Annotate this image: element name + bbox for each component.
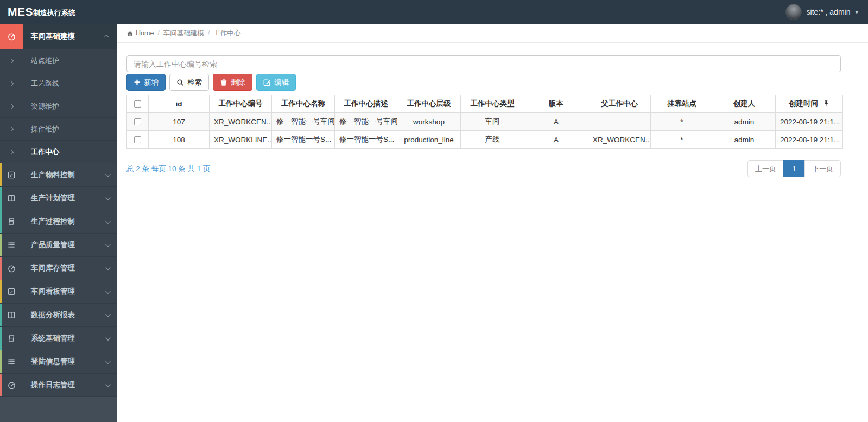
- chevron-down-icon: [97, 280, 117, 303]
- book-icon: [7, 334, 16, 343]
- button-label: 检索: [187, 78, 202, 87]
- table-cell: XR_WORKLINE...: [210, 131, 272, 149]
- table-cell: 2022-08-19 21:1...: [776, 131, 843, 149]
- chevron-down-icon: [97, 374, 117, 396]
- sidebar-subitem-1[interactable]: 工艺路线: [0, 72, 117, 95]
- sidebar-section-active[interactable]: 车间基础建模: [0, 24, 117, 49]
- breadcrumb-separator: /: [157, 29, 159, 37]
- column-header-label: 版本: [549, 99, 563, 108]
- table-cell: 修一智能一号车间: [335, 113, 397, 131]
- chevron-down-icon: [97, 163, 117, 186]
- table-row[interactable]: 107XR_WORKCEN...修一智能一号车间修一智能一号车间workshop…: [127, 113, 843, 131]
- column-header: 挂靠站点: [651, 95, 713, 113]
- select-all-checkbox[interactable]: [134, 100, 141, 108]
- chevron-down-icon: [97, 210, 117, 233]
- gauge-icon: [7, 32, 16, 41]
- pin-icon[interactable]: [823, 100, 829, 108]
- user-label: site:* , admin: [807, 8, 851, 16]
- column-header: 工作中心编号: [210, 95, 272, 113]
- column-header: 工作中心类型: [461, 95, 524, 113]
- breadcrumb-item[interactable]: 车间基础建模: [163, 29, 204, 38]
- sidebar: 车间基础建模站点维护工艺路线资源维护操作维护工作中心生产物料控制生产计划管理生产…: [0, 24, 117, 422]
- breadcrumb-home[interactable]: Home: [126, 29, 154, 37]
- sidebar-subitem-label: 站点维护: [23, 49, 117, 72]
- search-button[interactable]: 检索: [169, 74, 209, 91]
- row-checkbox[interactable]: [134, 118, 141, 125]
- breadcrumb-current: 工作中心: [213, 29, 240, 38]
- column-header-label: 父工作中心: [601, 99, 638, 108]
- caret-down-icon: ▾: [855, 9, 858, 16]
- next-page-button[interactable]: 下一页: [804, 160, 841, 177]
- trash-icon: [220, 79, 227, 86]
- edit-button[interactable]: 编辑: [256, 74, 296, 91]
- table-cell: admin: [713, 131, 776, 149]
- sidebar-section-1[interactable]: 生产计划管理: [0, 187, 117, 210]
- table-cell: 修一智能一号S...: [272, 131, 335, 149]
- column-header: 工作中心描述: [335, 95, 397, 113]
- column-header: 创建人: [713, 95, 776, 113]
- table-row[interactable]: 108XR_WORKLINE...修一智能一号S...修一智能一号S...pro…: [127, 131, 843, 149]
- table-cell: 2022-08-19 21:1...: [776, 113, 843, 131]
- table-cell: 修一智能一号S...: [335, 131, 397, 149]
- plus-icon: [134, 79, 141, 86]
- section-accent: [0, 374, 2, 396]
- sidebar-subitem-4[interactable]: 工作中心: [0, 141, 117, 163]
- sidebar-section-label: 系统基础管理: [23, 327, 97, 350]
- sidebar-section-label: 数据分析报表: [23, 304, 97, 326]
- breadcrumb: Home / 车间基础建模 / 工作中心: [117, 24, 868, 43]
- sidebar-section-8[interactable]: 登陆信息管理: [0, 350, 117, 374]
- chevron-up-icon: [97, 24, 117, 49]
- home-icon: [126, 30, 134, 37]
- table-cell: *: [651, 131, 713, 149]
- column-header: 工作中心层级: [397, 95, 461, 113]
- row-checkbox[interactable]: [134, 136, 141, 143]
- sidebar-section-7[interactable]: 系统基础管理: [0, 327, 117, 350]
- column-header-label: 工作中心类型: [471, 99, 515, 108]
- sidebar-section-6[interactable]: 数据分析报表: [0, 304, 117, 327]
- chevron-down-icon: [97, 187, 117, 210]
- chevron-down-icon: [97, 304, 117, 326]
- sidebar-section-label: 生产计划管理: [23, 187, 97, 210]
- column-header: 父工作中心: [588, 95, 651, 113]
- pager: 上一页 1 下一页: [747, 160, 841, 177]
- sidebar-section-5[interactable]: 车间看板管理: [0, 280, 117, 304]
- section-accent: [0, 280, 2, 303]
- table-cell: A: [524, 131, 588, 149]
- sidebar-section-3[interactable]: 产品质量管理: [0, 234, 117, 257]
- list-icon: [7, 357, 16, 366]
- sidebar-subitem-0[interactable]: 站点维护: [0, 49, 117, 72]
- chevron-right-icon: [0, 118, 23, 140]
- table-cell: 产线: [461, 131, 524, 149]
- sidebar-section-0[interactable]: 生产物料控制: [0, 163, 117, 187]
- table-wrap: id工作中心编号工作中心名称工作中心描述工作中心层级工作中心类型版本父工作中心挂…: [126, 95, 841, 149]
- table-cell: 车间: [461, 113, 524, 131]
- search-input[interactable]: [126, 55, 841, 72]
- sidebar-subitem-label: 操作维护: [23, 118, 117, 140]
- prev-page-button[interactable]: 上一页: [747, 160, 784, 177]
- top-navbar: MES制造执行系统 site:* , admin ▾: [0, 0, 868, 24]
- column-header: 工作中心名称: [272, 95, 335, 113]
- table-cell: workshop: [397, 113, 461, 131]
- sidebar-subitem-2[interactable]: 资源维护: [0, 95, 117, 118]
- table-cell: XR_WORKCEN...: [210, 113, 272, 131]
- sidebar-subitem-label: 工艺路线: [23, 72, 117, 95]
- sidebar-section-9[interactable]: 操作日志管理: [0, 374, 117, 397]
- book-icon: [7, 217, 16, 226]
- column-header-label: 创建时间: [789, 99, 818, 108]
- sidebar-section-2[interactable]: 生产过程控制: [0, 210, 117, 234]
- delete-button[interactable]: 删除: [213, 74, 252, 91]
- section-accent: [0, 187, 2, 210]
- page-1-button[interactable]: 1: [783, 160, 805, 177]
- sidebar-subitem-label: 工作中心: [23, 141, 117, 163]
- column-header-label: 工作中心编号: [219, 99, 263, 108]
- chevron-down-icon: [97, 257, 117, 280]
- sidebar-subitem-3[interactable]: 操作维护: [0, 118, 117, 141]
- sidebar-section-label: 产品质量管理: [23, 234, 97, 256]
- add-button[interactable]: 新增: [126, 74, 166, 91]
- button-label: 删除: [231, 78, 245, 87]
- user-menu[interactable]: site:* , admin ▾: [785, 4, 868, 20]
- sidebar-section-4[interactable]: 车间库存管理: [0, 257, 117, 280]
- list-icon: [7, 241, 16, 249]
- column-header-label: id: [176, 100, 182, 108]
- table-cell: admin: [713, 113, 776, 131]
